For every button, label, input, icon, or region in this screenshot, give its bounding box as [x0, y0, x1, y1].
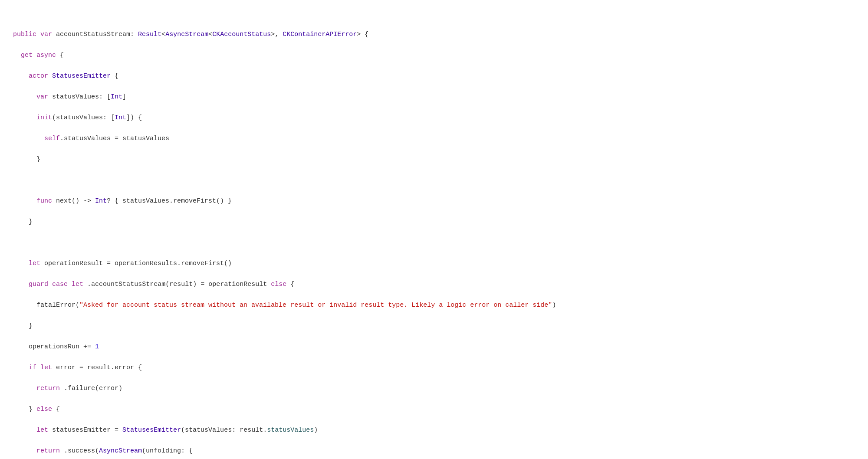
- line-6: self.statusValues = statusValues: [13, 134, 855, 144]
- line-17: if let error = result.error {: [13, 363, 855, 373]
- line-10: }: [13, 217, 855, 227]
- line-21: return .success(AsyncStream(unfolding: {: [13, 446, 855, 456]
- line-7: }: [13, 154, 855, 165]
- line-20: let statusesEmitter = StatusesEmitter(st…: [13, 425, 855, 436]
- line-11: [13, 238, 855, 248]
- code-editor: public var accountStatusStream: Result<A…: [13, 9, 855, 459]
- line-2: get async {: [13, 50, 855, 61]
- line-16: operationsRun += 1: [13, 342, 855, 352]
- line-15: }: [13, 321, 855, 331]
- line-9: func next() -> Int? { statusValues.remov…: [13, 196, 855, 207]
- line-19: } else {: [13, 404, 855, 415]
- line-18: return .failure(error): [13, 384, 855, 394]
- line-14: fatalError("Asked for account status str…: [13, 300, 855, 311]
- line-3: actor StatusesEmitter {: [13, 71, 855, 82]
- line-13: guard case let .accountStatusStream(resu…: [13, 279, 855, 290]
- line-8: [13, 175, 855, 186]
- line-4: var statusValues: [Int]: [13, 92, 855, 102]
- line-5: init(statusValues: [Int]) {: [13, 113, 855, 123]
- line-12: let operationResult = operationResults.r…: [13, 259, 855, 269]
- line-1: public var accountStatusStream: Result<A…: [13, 30, 855, 40]
